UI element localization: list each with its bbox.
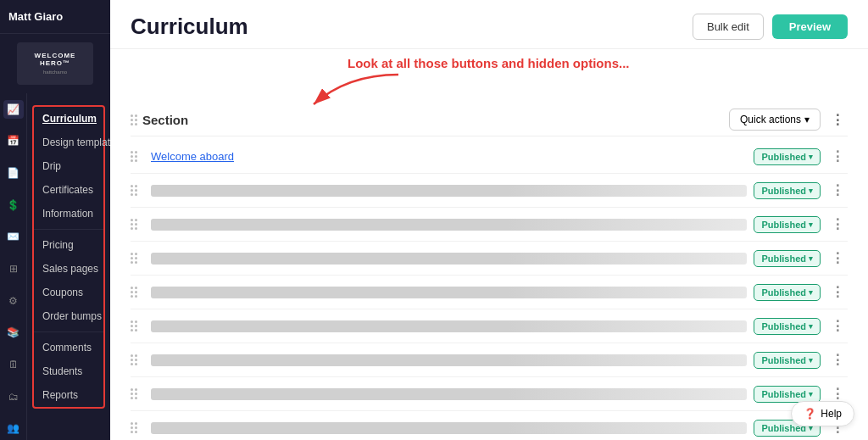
row-drag-handle[interactable] [131, 320, 144, 331]
sidebar-item-information[interactable]: Information [34, 202, 103, 226]
published-badge[interactable]: Published ▾ [754, 352, 821, 369]
nav-divider-2 [34, 331, 103, 332]
published-chevron: ▾ [809, 288, 813, 297]
section-actions: Quick actions ▾ ⋮ [729, 109, 848, 131]
row-title-blurred [151, 287, 747, 298]
page-title: Curriculum [131, 14, 248, 40]
published-label: Published [761, 186, 806, 196]
row-drag-handle[interactable] [131, 354, 144, 365]
row-drag-handle[interactable] [131, 185, 144, 196]
row-title-blurred [151, 185, 747, 197]
nav-icon-file[interactable]: 🗂 [3, 387, 24, 406]
published-badge[interactable]: Published ▾ [754, 284, 821, 301]
nav-icon-grid[interactable]: ⊞ [3, 259, 24, 278]
sidebar-section-box: Curriculum Design templates Drip Certifi… [32, 105, 105, 409]
nav-icon-dollar[interactable]: 💲 [3, 196, 24, 214]
published-badge[interactable]: Published ▾ [754, 318, 821, 335]
curriculum-rows: Welcome aboard Published ▾ ⋮ Published ▾… [131, 140, 848, 440]
table-row: Published ▾ ⋮ [131, 411, 848, 440]
published-badge[interactable]: Published ▾ [754, 182, 821, 199]
sidebar: Matt Giaro WELCOMEHERO™ hattchamo 📈 📅 📄 … [0, 0, 110, 440]
table-row: Published ▾ ⋮ [131, 242, 848, 276]
sidebar-item-students[interactable]: Students [34, 359, 103, 383]
published-label: Published [761, 287, 806, 298]
quick-actions-label: Quick actions [740, 114, 801, 125]
sidebar-item-pricing[interactable]: Pricing [34, 233, 103, 257]
quick-actions-chevron: ▾ [804, 114, 810, 125]
nav-icon-library[interactable]: 📚 [3, 323, 24, 342]
main-content: Curriculum Bulk edit Preview Look at all… [110, 0, 868, 440]
table-row: Published ▾ ⋮ [131, 309, 848, 343]
sidebar-item-drip[interactable]: Drip [34, 154, 103, 178]
row-dots-menu[interactable]: ⋮ [827, 147, 848, 166]
section-label: Section [131, 113, 188, 127]
nav-icon-chart[interactable]: 📈 [3, 100, 24, 119]
sidebar-item-sales-pages[interactable]: Sales pages [34, 257, 103, 281]
section-title: Section [142, 113, 188, 127]
row-drag-handle[interactable] [131, 287, 144, 298]
row-dots-menu[interactable]: ⋮ [827, 214, 848, 234]
sidebar-left-icons: 📈 📅 📄 💲 ✉️ ⊞ ⚙ 📚 🗓 🗂 👥 🌐 ⚡ ❓ [0, 93, 27, 440]
sidebar-item-design-templates[interactable]: Design templates [34, 131, 103, 154]
sidebar-content: 📈 📅 📄 💲 ✉️ ⊞ ⚙ 📚 🗓 🗂 👥 🌐 ⚡ ❓ Curriculum … [0, 93, 110, 440]
section-dots-menu[interactable]: ⋮ [827, 110, 848, 130]
row-title-blurred [151, 354, 747, 366]
published-badge[interactable]: Published ▾ [754, 216, 821, 233]
row-title[interactable]: Welcome aboard [151, 150, 747, 163]
published-chevron: ▾ [809, 153, 813, 161]
row-drag-handle[interactable] [131, 422, 144, 433]
row-title-blurred [151, 422, 747, 434]
help-label: Help [821, 408, 842, 420]
published-label: Published [761, 321, 806, 331]
nav-icon-settings[interactable]: ⚙ [3, 292, 24, 310]
published-label: Published [761, 220, 806, 230]
row-dots-menu[interactable]: ⋮ [827, 350, 848, 370]
published-badge[interactable]: Published ▾ [754, 250, 821, 267]
row-title-blurred [151, 253, 747, 265]
row-title-blurred [151, 320, 747, 332]
published-chevron: ▾ [809, 356, 813, 365]
sidebar-item-order-bumps[interactable]: Order bumps [34, 304, 103, 328]
section-header: Section Quick actions ▾ ⋮ [131, 100, 848, 136]
sidebar-logo-area: WELCOMEHERO™ hattchamo [0, 34, 110, 93]
sidebar-logo-box: WELCOMEHERO™ hattchamo [17, 42, 93, 85]
nav-icon-document[interactable]: 📄 [3, 164, 24, 182]
published-label: Published [761, 253, 806, 264]
preview-button[interactable]: Preview [772, 14, 848, 39]
sidebar-item-curriculum[interactable]: Curriculum [34, 107, 103, 131]
row-dots-menu[interactable]: ⋮ [827, 316, 848, 336]
row-drag-handle[interactable] [131, 151, 144, 162]
sidebar-item-reports[interactable]: Reports [34, 383, 103, 407]
table-row: Published ▾ ⋮ [131, 174, 848, 208]
quick-actions-button[interactable]: Quick actions ▾ [729, 109, 821, 131]
bulk-edit-button[interactable]: Bulk edit [693, 14, 764, 40]
published-chevron: ▾ [809, 322, 813, 331]
nav-icon-users[interactable]: 👥 [3, 419, 24, 437]
row-drag-handle[interactable] [131, 253, 144, 264]
row-dots-menu[interactable]: ⋮ [827, 248, 848, 268]
sidebar-user-name: Matt Giaro [0, 0, 110, 34]
nav-icon-calendar2[interactable]: 🗓 [3, 355, 24, 374]
published-chevron: ▾ [809, 254, 813, 263]
published-label: Published [761, 152, 806, 162]
published-badge[interactable]: Published ▾ [754, 148, 821, 165]
sidebar-item-coupons[interactable]: Coupons [34, 281, 103, 304]
row-drag-handle[interactable] [131, 388, 144, 399]
table-row: Published ▾ ⋮ [131, 343, 848, 377]
nav-icon-mail[interactable]: ✉️ [3, 228, 24, 247]
row-dots-menu[interactable]: ⋮ [827, 282, 848, 302]
curriculum-body: Section Quick actions ▾ ⋮ Welcome aboard… [110, 100, 868, 440]
help-button[interactable]: ❓ Help [791, 401, 854, 426]
sidebar-logo-text: WELCOMEHERO™ [35, 53, 76, 68]
nav-divider-1 [34, 229, 103, 230]
published-badge[interactable]: Published ▾ [754, 386, 821, 403]
row-dots-menu[interactable]: ⋮ [827, 181, 848, 200]
row-title-blurred [151, 219, 747, 231]
nav-icon-calendar[interactable]: 📅 [3, 132, 24, 151]
sidebar-item-comments[interactable]: Comments [34, 336, 103, 359]
sidebar-nav-links: Curriculum Design templates Drip Certifi… [27, 93, 110, 440]
section-drag-handle[interactable] [131, 114, 137, 125]
sidebar-item-certificates[interactable]: Certificates [34, 178, 103, 202]
header-buttons: Bulk edit Preview [693, 14, 848, 40]
row-drag-handle[interactable] [131, 219, 144, 230]
